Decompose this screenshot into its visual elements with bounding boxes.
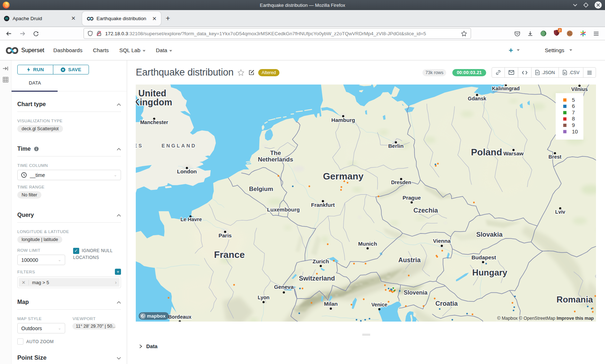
svg-text:Geneva: Geneva (274, 284, 294, 290)
svg-text:Zurich: Zurich (313, 258, 329, 264)
svg-text:Prague: Prague (403, 195, 421, 201)
svg-text:Romania: Romania (556, 295, 593, 304)
svg-text:France: France (214, 249, 245, 260)
svg-text:Czechia: Czechia (413, 207, 438, 214)
svg-text:ENGLAND: ENGLAND (161, 143, 196, 149)
svg-text:Germany: Germany (323, 171, 364, 182)
svg-text:Slovenia: Slovenia (404, 290, 427, 296)
svg-text:Hungary: Hungary (472, 268, 507, 277)
svg-text:mapbox: mapbox (147, 313, 166, 319)
svg-text:London: London (177, 168, 197, 174)
svg-text:Venice: Venice (371, 302, 387, 308)
svg-text:Netherlands: Netherlands (258, 156, 293, 163)
svg-text:Luxembourg: Luxembourg (267, 206, 300, 213)
svg-text:Kingdom: Kingdom (136, 97, 172, 107)
svg-text:Croatia: Croatia (435, 300, 458, 307)
svg-text:WALES: WALES (136, 143, 143, 149)
svg-text:Paris: Paris (219, 232, 232, 238)
svg-text:Poland: Poland (471, 147, 502, 158)
svg-text:Bordeaux: Bordeaux (168, 314, 192, 320)
svg-text:Belgium: Belgium (249, 186, 273, 192)
svg-text:Slovakia: Slovakia (476, 231, 503, 238)
svg-text:Warsaw: Warsaw (503, 150, 524, 156)
svg-text:Le Havre: Le Havre (180, 217, 202, 222)
svg-text:Switzerland: Switzerland (299, 275, 335, 282)
svg-text:The: The (270, 150, 281, 156)
svg-text:Dresden: Dresden (391, 179, 411, 185)
svg-text:8: 8 (572, 115, 575, 122)
svg-text:Lviv: Lviv (555, 209, 565, 215)
svg-text:9: 9 (572, 122, 575, 128)
svg-text:Manchester: Manchester (140, 119, 168, 125)
svg-text:5: 5 (572, 97, 575, 103)
svg-text:Berlin: Berlin (388, 143, 404, 149)
svg-text:Vilnius: Vilnius (571, 86, 588, 92)
svg-text:10: 10 (572, 128, 578, 135)
svg-text:Frankfurt: Frankfurt (311, 202, 335, 208)
svg-text:Gdansk: Gdansk (468, 96, 487, 101)
svg-text:United: United (138, 88, 166, 98)
svg-text:Lyon: Lyon (257, 295, 269, 300)
svg-text:7: 7 (572, 109, 575, 115)
svg-text:Vienna: Vienna (433, 238, 451, 244)
svg-text:6: 6 (572, 103, 575, 109)
svg-text:Munich: Munich (358, 241, 377, 247)
svg-text:© Mapbox © OpenStreetMap Impro: © Mapbox © OpenStreetMap Improve this ma… (497, 316, 594, 321)
svg-text:Budapest: Budapest (471, 254, 496, 260)
svg-text:Brest: Brest (548, 154, 561, 160)
svg-text:Austria: Austria (398, 256, 421, 264)
svg-text:Kaliningrad: Kaliningrad (492, 86, 520, 91)
svg-text:Milan: Milan (324, 301, 337, 307)
svg-text:Hamburg: Hamburg (331, 117, 355, 123)
